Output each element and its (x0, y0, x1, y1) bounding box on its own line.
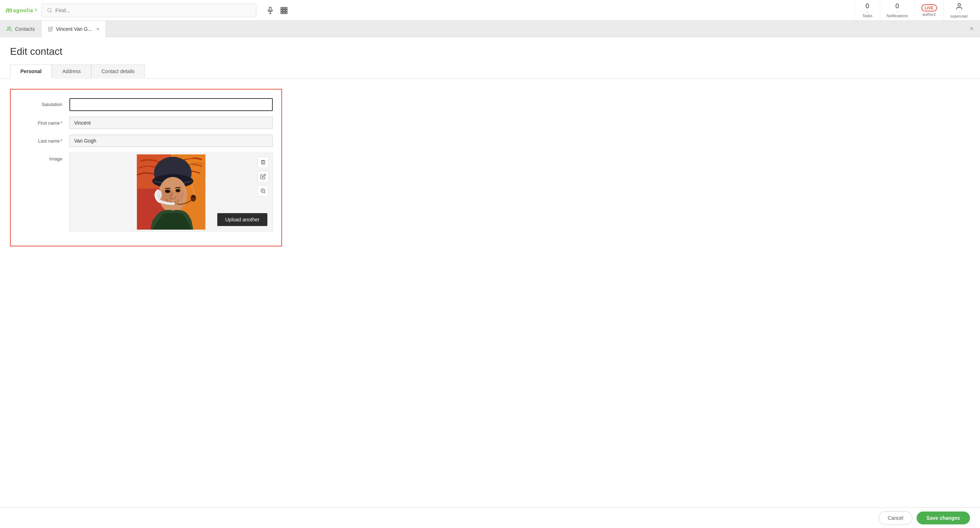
contacts-tab-label: Contacts (15, 26, 35, 32)
svg-rect-8 (281, 10, 283, 11)
salutation-row: Salutation (19, 98, 273, 111)
svg-line-1 (51, 11, 52, 12)
top-navigation: m agnolia ® 0 Tasks 0 Notifications (0, 0, 980, 21)
svg-rect-11 (281, 12, 283, 14)
search-input[interactable] (56, 7, 251, 13)
salutation-input[interactable] (70, 98, 273, 111)
main-content: Edit contact Personal Address Contact de… (0, 37, 980, 528)
firstname-row: First name* (19, 117, 273, 129)
svg-point-14 (958, 3, 960, 6)
chevron-down-icon-user (958, 10, 961, 14)
image-row: Image (19, 153, 273, 231)
search-bar[interactable] (41, 3, 256, 17)
svg-line-33 (264, 192, 265, 193)
svg-rect-9 (283, 10, 285, 11)
lastname-label: Last name* (19, 135, 70, 144)
notifications-nav-item[interactable]: 0 Notifications (880, 0, 915, 21)
tasks-label: Tasks (862, 14, 872, 18)
firstname-input[interactable] (70, 117, 273, 129)
salutation-label: Salutation (19, 98, 70, 107)
svg-rect-10 (286, 10, 287, 11)
edit-image-button[interactable] (257, 171, 269, 182)
svg-rect-6 (283, 7, 285, 9)
active-tab-label: Vincent Van G... (56, 26, 92, 32)
logo: m agnolia ® (6, 6, 37, 14)
superuser-label: superuser (950, 14, 968, 18)
svg-rect-5 (281, 7, 283, 9)
edit-icon (260, 174, 266, 179)
tasks-nav-item[interactable]: 0 Tasks (855, 0, 880, 21)
firstname-required: * (60, 120, 62, 126)
lastname-input[interactable] (70, 135, 273, 147)
page-title: Edit contact (0, 37, 980, 64)
cancel-button[interactable]: Cancel (879, 511, 912, 525)
user-nav-item[interactable]: superuser (943, 0, 974, 21)
upload-another-button[interactable]: Upload another (217, 213, 267, 226)
image-container: Upload another (70, 153, 273, 231)
svg-rect-2 (269, 7, 271, 11)
svg-point-0 (48, 8, 51, 12)
pencil-icon (48, 27, 53, 32)
window-close-button[interactable]: × (963, 25, 980, 33)
nav-actions: 0 Tasks 0 Notifications LIVE author2 sup… (855, 0, 974, 21)
svg-point-31 (191, 195, 195, 198)
chevron-down-icon-notifications (896, 10, 899, 14)
form-area: Salutation First name* Last name* Image (0, 79, 980, 257)
tab-contact-details[interactable]: Contact details (91, 64, 145, 79)
logo-m-letter: m (6, 6, 12, 14)
logo-trademark: ® (35, 8, 37, 12)
svg-rect-7 (286, 7, 287, 9)
notifications-label: Notifications (886, 14, 908, 18)
svg-point-26 (167, 190, 169, 192)
live-status-nav-item[interactable]: LIVE author2 (915, 0, 943, 21)
trash-icon (260, 160, 266, 165)
microphone-icon[interactable] (266, 6, 274, 14)
tab-bar: Contacts Vincent Van G... × × (0, 21, 980, 37)
chevron-down-icon-tasks (866, 10, 869, 14)
tab-address[interactable]: Address (52, 64, 91, 79)
grid-icon[interactable] (280, 6, 288, 14)
svg-point-15 (8, 27, 9, 29)
contacts-icon (6, 26, 12, 32)
svg-rect-12 (283, 12, 285, 14)
search-icon (47, 8, 52, 13)
lastname-row: Last name* (19, 135, 273, 147)
form-section: Salutation First name* Last name* Image (10, 89, 282, 246)
lastname-required: * (60, 138, 62, 144)
user-icon (955, 3, 963, 10)
tab-personal[interactable]: Personal (10, 64, 52, 79)
svg-rect-13 (286, 12, 287, 14)
form-tabs: Personal Address Contact details (0, 64, 980, 79)
tab-close-button[interactable]: × (96, 26, 99, 32)
van-gogh-portrait (135, 155, 207, 230)
author-name: author2 (923, 12, 935, 16)
save-changes-button[interactable]: Save changes (916, 512, 970, 525)
zoom-image-button[interactable] (257, 185, 269, 197)
tab-edit-contact[interactable]: Vincent Van G... × (41, 21, 106, 37)
logo-agnolia-text: agnolia (13, 8, 33, 13)
image-actions (257, 156, 269, 197)
firstname-label: First name* (19, 117, 70, 126)
footer-bar: Cancel Save changes (0, 507, 980, 528)
live-badge: LIVE (921, 4, 937, 11)
image-label: Image (19, 153, 70, 161)
svg-point-27 (177, 190, 179, 191)
zoom-icon (260, 188, 266, 194)
tasks-count: 0 (865, 3, 869, 10)
notifications-count: 0 (896, 3, 899, 10)
tab-contacts[interactable]: Contacts (0, 21, 41, 37)
delete-image-button[interactable] (257, 156, 269, 168)
